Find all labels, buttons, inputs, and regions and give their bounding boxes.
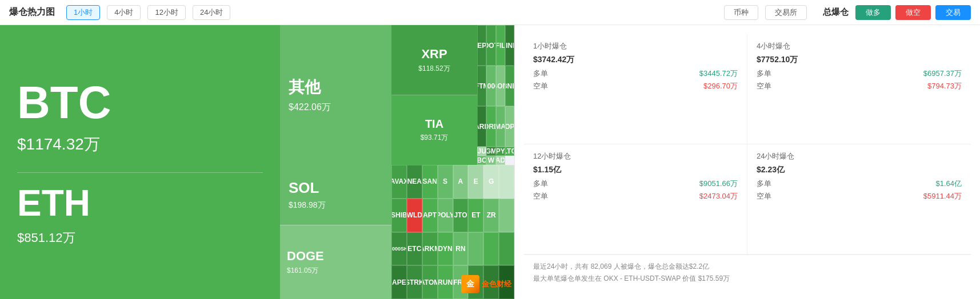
tile-PEPE: PEPE — [477, 25, 486, 66]
heatmap-top-row: 其他 $422.06万 XRP $118.52万 TIA $93.71万 — [280, 25, 514, 165]
tile-extra4 — [483, 232, 499, 266]
h12-long-value: $9051.66万 — [699, 179, 738, 189]
tile-ARKM: ARKM — [422, 232, 438, 266]
xrp-name: XRP — [421, 47, 447, 62]
tile-BNB: BNB — [505, 66, 514, 106]
eth-name: ETH — [17, 183, 263, 223]
h1-short-row: 空单 $296.70万 — [533, 81, 738, 91]
time-btn-4h[interactable]: 4小时 — [107, 5, 141, 20]
eth-value: $851.12万 — [17, 229, 263, 247]
tile-APT: APT — [422, 199, 438, 232]
logo-icon: 金 — [461, 275, 479, 293]
tile-extra1 — [499, 165, 514, 199]
h24-label: 24小时爆仓 — [757, 151, 962, 161]
tile-extra3 — [468, 232, 483, 266]
h24-long-row: 多单 $1.64亿 — [757, 179, 962, 189]
logo-text: 金色财经 — [482, 279, 511, 289]
filter-exchange-btn[interactable]: 交易所 — [765, 5, 807, 20]
tile-OP: OP — [505, 106, 514, 147]
time-btn-24h[interactable]: 24小时 — [193, 5, 230, 20]
other-value: $422.06万 — [289, 102, 383, 114]
h4-label: 4小时爆仓 — [757, 41, 962, 51]
h24-sub: 多单 $1.64亿 空单 $5911.44万 — [757, 179, 962, 201]
time-btn-12h[interactable]: 12小时 — [147, 5, 185, 20]
time-btn-1h[interactable]: 1小时 — [66, 5, 100, 20]
other-block: 其他 $422.06万 — [280, 25, 391, 165]
tile-WLD: WLD — [407, 199, 422, 232]
tile-G: G — [483, 165, 499, 199]
doge-value: $161.05万 — [287, 266, 385, 276]
trade-button[interactable]: 交易 — [935, 5, 971, 20]
short-button[interactable]: 做空 — [895, 5, 931, 20]
h12-sub: 多单 $9051.66万 空单 $2473.04万 — [533, 179, 738, 201]
tile-MA: MA — [496, 106, 505, 147]
btc-block: BTC $1174.32万 ETH $851.12万 — [0, 25, 280, 299]
tile-STRK: STRK — [407, 265, 422, 299]
tile-1000SHI: 1000SHI — [391, 232, 407, 266]
long-button[interactable]: 做多 — [855, 5, 891, 20]
tile-S: S — [438, 165, 453, 199]
sol-name: SOL — [289, 179, 383, 197]
logo-area: 金 金色财经 — [461, 275, 511, 293]
h1-sub: 多单 $3445.72万 空单 $296.70万 — [533, 68, 738, 91]
h24-short-value: $5911.44万 — [923, 191, 962, 201]
sol-doge-col: SOL $198.98万 DOGE $161.05万 — [280, 165, 391, 299]
tile-FTM: FTM — [477, 66, 486, 106]
tile-SAN: SAN — [422, 165, 438, 199]
tile-BOM: BOM — [496, 66, 505, 106]
sol-value: $198.98万 — [289, 200, 383, 211]
filter-coin-btn[interactable]: 币种 — [724, 5, 758, 20]
tile-LINK: LINK — [505, 25, 514, 66]
main-content: BTC $1174.32万 ETH $851.12万 其他 $422.06万 X… — [0, 25, 980, 299]
tia-value: $93.71万 — [421, 133, 449, 143]
h1-short-value: $296.70万 — [703, 81, 738, 91]
xrp-block: XRP $118.52万 — [391, 25, 477, 95]
small-tiles-top: LINK PEPE DOT FIL 1000 BOM FTM BNB ORD M… — [477, 25, 514, 165]
h4-sub: 多单 $6957.37万 空单 $794.73万 — [757, 68, 962, 91]
h4-short-row: 空单 $794.73万 — [757, 81, 962, 91]
tile-ATOM: ATOM — [422, 265, 438, 299]
stats-12h: 12小时爆仓 $1.15亿 多单 $9051.66万 空单 $2473.04万 — [524, 144, 747, 254]
sol-block: SOL $198.98万 — [280, 165, 391, 225]
header: 爆仓热力图 1小时 4小时 12小时 24小时 币种 交易所 总爆仓 做多 做空… — [0, 0, 980, 25]
other-name: 其他 — [289, 76, 383, 98]
tile-RN: RN — [453, 232, 469, 266]
tile-PY: PY — [496, 147, 505, 156]
eth-section: ETH $851.12万 — [17, 172, 263, 246]
tile-A: A — [453, 165, 469, 199]
h12-label: 12小时爆仓 — [533, 151, 738, 161]
stats-24h: 24小时爆仓 $2.23亿 多单 $1.64亿 空单 $5911.44万 — [747, 144, 971, 254]
h12-long-row: 多单 $9051.66万 — [533, 179, 738, 189]
tile-BC: BC — [477, 156, 486, 165]
tile-DOT: DOT — [486, 25, 495, 66]
stats-4h: 4小时爆仓 $7752.10万 多单 $6957.37万 空单 $794.73万 — [747, 34, 971, 144]
tile-E: E — [468, 165, 483, 199]
h4-long-label: 多单 — [757, 68, 771, 79]
heatmap: BTC $1174.32万 ETH $851.12万 其他 $422.06万 X… — [0, 25, 514, 299]
tile-extra5 — [499, 232, 514, 266]
heatmap-right: 其他 $422.06万 XRP $118.52万 TIA $93.71万 — [280, 25, 514, 299]
h12-short-value: $2473.04万 — [699, 191, 738, 201]
tile-AVAX: AVAX — [391, 165, 407, 199]
tile-W: W — [486, 156, 495, 165]
h24-long-value: $1.64亿 — [935, 179, 962, 189]
tile-JU: JU — [477, 147, 486, 156]
doge-block: DOGE $161.05万 — [280, 225, 391, 299]
h1-value: $3742.42万 — [533, 55, 738, 65]
tile-ORD: ORD — [486, 106, 495, 147]
tile-extra2 — [499, 199, 514, 232]
doge-name: DOGE — [287, 249, 385, 264]
tile-JTO: JTO — [453, 199, 469, 232]
stats-panel: 1小时爆仓 $3742.42万 多单 $3445.72万 空单 $296.70万… — [514, 25, 980, 299]
tile-ET: ET — [468, 199, 483, 232]
notice-line1: 最近24小时，共有 82,069 人被爆仓，爆仓总金额达$2.2亿 — [533, 261, 962, 272]
tile-ZR: ZR — [483, 199, 499, 232]
h4-long-value: $6957.37万 — [923, 68, 962, 79]
h12-short-label: 空单 — [533, 191, 548, 201]
h24-long-label: 多单 — [757, 179, 771, 189]
stats-1h: 1小时爆仓 $3742.42万 多单 $3445.72万 空单 $296.70万 — [524, 34, 747, 144]
total-label: 总爆仓 — [823, 7, 849, 18]
h1-long-row: 多单 $3445.72万 — [533, 68, 738, 79]
h4-value: $7752.10万 — [757, 55, 962, 65]
tile-1000: 1000 — [486, 66, 495, 106]
